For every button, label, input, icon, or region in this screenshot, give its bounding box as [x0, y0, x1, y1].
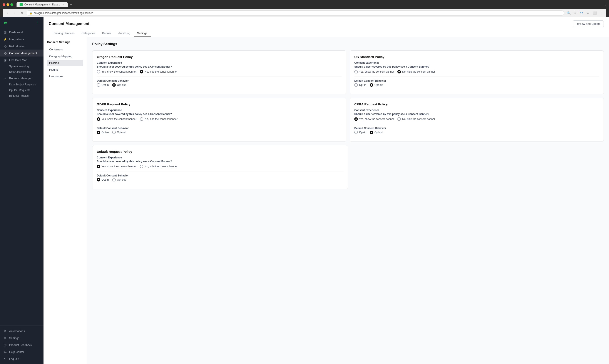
sidebar-item-log-out[interactable]: ↪ Log Out: [0, 355, 43, 362]
bookmark-icon[interactable]: ☆: [572, 11, 578, 16]
refresh-button[interactable]: ↻: [19, 11, 24, 16]
url-bar[interactable]: 🔒 datagrail-sales.datagrail.io/consent/s…: [26, 11, 564, 16]
new-tab-button[interactable]: +: [68, 2, 74, 7]
left-nav-category-mapping[interactable]: Category Mapping: [47, 53, 83, 59]
consent-experience-label: Consent Experience: [354, 61, 599, 64]
radio-label: Opt-in: [359, 83, 366, 87]
banner-radio-option[interactable]: No, hide the consent banner: [397, 117, 435, 121]
radio-circle: [97, 178, 100, 182]
behavior-radio-option[interactable]: Opt-out: [370, 130, 383, 134]
cast-icon[interactable]: ⬜: [592, 11, 597, 16]
behavior-radio-option[interactable]: Opt-out: [112, 83, 126, 87]
behavior-radio-option[interactable]: Opt-in: [97, 130, 109, 134]
logo-icon: ⇌: [3, 20, 7, 25]
radio-circle: [354, 70, 358, 73]
sidebar-item-help-center[interactable]: ◎ Help Center: [0, 348, 43, 355]
banner-question: Should a user covered by this policy see…: [97, 160, 343, 163]
radio-circle: [112, 130, 116, 134]
sidebar-item-request-manager[interactable]: ≡ Request Manager: [0, 75, 43, 82]
request-icon: ≡: [3, 77, 7, 80]
sidebar-item-risk-monitor[interactable]: ◎ Risk Monitor: [0, 43, 43, 50]
risk-icon: ◎: [3, 44, 7, 48]
sidebar-item-dashboard[interactable]: ▦ Dashboard: [0, 29, 43, 36]
sidebar-bottom: ⚙ Automations ⚙ Settings ◫ Product Feedb…: [0, 325, 43, 364]
radio-circle: [112, 83, 116, 87]
sidebar-label-opt-out: Opt Out Requests: [9, 89, 30, 92]
tab-dropdown[interactable]: ⌄: [604, 3, 606, 6]
radio-label: Opt-in: [102, 178, 109, 181]
review-and-update-button[interactable]: Review and Update: [573, 20, 604, 27]
behavior-radio-option[interactable]: Opt-in: [354, 130, 366, 134]
left-nav-policies[interactable]: Policies: [47, 60, 83, 66]
tab-settings[interactable]: Settings: [134, 30, 151, 37]
fullscreen-button[interactable]: [11, 3, 13, 6]
card-divider: [97, 77, 342, 77]
behavior-radio-option[interactable]: Opt-in: [97, 83, 109, 87]
banner-radio-option[interactable]: No, hide the consent banner: [140, 165, 177, 168]
behavior-radio-option[interactable]: Opt-in: [97, 178, 109, 182]
tab-audit-log[interactable]: Audit Log: [115, 30, 134, 37]
tab-close-icon[interactable]: ✕: [62, 3, 65, 6]
sidebar-item-live-data-map[interactable]: ▣ Live Data Map: [0, 56, 43, 64]
sidebar-sub-data-subject[interactable]: Data Subject Requests: [0, 82, 43, 87]
minimize-button[interactable]: [7, 3, 9, 6]
banner-radio-option[interactable]: No, hide the consent banner: [140, 117, 177, 121]
tab-bar: Consent Management | Data... ✕ + ⌄: [16, 2, 606, 7]
extension-icon[interactable]: ∞: [585, 11, 591, 16]
left-nav-containers[interactable]: Containers: [47, 46, 83, 52]
policy-card-name: CPRA Request Policy: [354, 102, 599, 106]
tab-categories[interactable]: Categories: [78, 30, 99, 37]
banner-radio-option[interactable]: Yes, show the consent banner: [354, 117, 394, 121]
sidebar-label-system-inventory: System Inventory: [9, 65, 29, 68]
sidebar-item-settings[interactable]: ⚙ Settings: [0, 335, 43, 341]
menu-icon[interactable]: ⋮: [598, 11, 604, 16]
automations-icon: ⚙: [3, 329, 7, 333]
close-button[interactable]: [3, 3, 5, 6]
search-icon[interactable]: 🔍: [566, 11, 571, 16]
radio-circle: [97, 117, 100, 121]
card-divider: [97, 124, 342, 124]
sidebar-label-request-policies: Request Policies: [9, 94, 28, 97]
radio-label: Yes, show the consent banner: [102, 165, 136, 168]
sidebar-item-product-feedback[interactable]: ◫ Product Feedback: [0, 341, 43, 348]
back-button[interactable]: ‹: [5, 11, 11, 16]
sidebar-sub-data-classification[interactable]: Data Classification: [0, 69, 43, 75]
banner-radio-option[interactable]: Yes, show the consent banner: [354, 70, 394, 73]
sidebar-item-consent-management[interactable]: ◎ Consent Management: [0, 50, 43, 56]
behavior-radio-option[interactable]: Opt-in: [354, 83, 366, 87]
sidebar-logo: ⇌ ←: [0, 17, 43, 28]
sidebar-sub-system-inventory[interactable]: System Inventory: [0, 64, 43, 69]
active-tab[interactable]: Consent Management | Data... ✕: [16, 2, 68, 7]
sidebar-label-live-data: Live Data Map: [9, 58, 27, 62]
behavior-radio-option[interactable]: Opt-out: [112, 178, 126, 182]
sidebar-label-consent: Consent Management: [9, 52, 37, 55]
banner-radio-option[interactable]: Yes, show the consent banner: [97, 70, 136, 73]
sidebar-item-integrations[interactable]: ⚡ Integrations: [0, 36, 43, 43]
behavior-radio-option[interactable]: Opt-out: [370, 83, 383, 87]
banner-radio-option[interactable]: No, hide the consent banner: [140, 70, 177, 73]
toolbar-icons: 🔍 ☆ 🛡 ∞ ⬜ ⋮: [566, 11, 604, 16]
tab-tracking-services[interactable]: Tracking Services: [49, 30, 78, 37]
left-panel-title: Consent Settings: [47, 40, 83, 44]
sidebar-collapse-button[interactable]: ←: [37, 21, 40, 25]
left-nav-plugins[interactable]: Plugins: [47, 66, 83, 73]
banner-radio-group: Yes, show the consent banner No, hide th…: [354, 117, 599, 121]
radio-circle: [97, 130, 100, 134]
feedback-icon: ◫: [3, 343, 7, 347]
policy-card-name: Oregon Request Policy: [97, 55, 342, 59]
sidebar-sub-request-policies[interactable]: Request Policies: [0, 93, 43, 99]
forward-button[interactable]: ›: [12, 11, 17, 16]
profile-icon[interactable]: 🛡: [579, 11, 584, 16]
banner-radio-option[interactable]: No, hide the consent banner: [397, 70, 435, 73]
consent-icon: ◎: [3, 51, 7, 55]
radio-circle: [140, 70, 143, 73]
sidebar-item-automations[interactable]: ⚙ Automations: [0, 327, 43, 335]
radio-label: No, hide the consent banner: [402, 117, 435, 121]
left-nav-languages[interactable]: Languages: [47, 73, 83, 79]
banner-radio-option[interactable]: Yes, show the consent banner: [97, 117, 136, 121]
card-divider: [354, 124, 599, 124]
tab-banner[interactable]: Banner: [99, 30, 115, 37]
banner-radio-option[interactable]: Yes, show the consent banner: [97, 165, 136, 168]
sidebar-sub-opt-out[interactable]: Opt Out Requests: [0, 87, 43, 93]
behavior-radio-option[interactable]: Opt-out: [112, 130, 126, 134]
